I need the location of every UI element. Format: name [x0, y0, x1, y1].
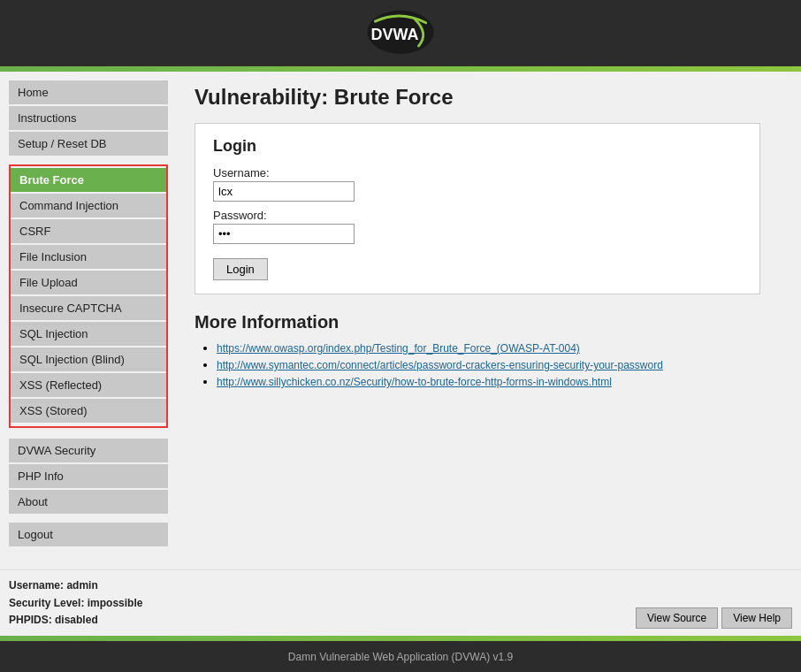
bottom-bar: Damn Vulnerable Web Application (DVWA) v… — [0, 641, 801, 672]
copyright-text: Damn Vulnerable Web Application (DVWA) v… — [288, 651, 513, 663]
footer-bar: Username: admin Security Level: impossib… — [0, 569, 801, 636]
username-label: Username: — [213, 166, 742, 179]
password-input[interactable] — [213, 224, 355, 244]
page-title: Vulnerability: Brute Force — [195, 85, 783, 110]
dvwa-logo: DVWA — [361, 5, 440, 61]
more-info-link-1[interactable]: https://www.owasp.org/index.php/Testing_… — [217, 342, 580, 355]
sidebar-item-sql-injection[interactable]: SQL Injection — [11, 322, 166, 346]
main-layout: Home Instructions Setup / Reset DB Brute… — [0, 72, 801, 569]
footer-username: Username: admin — [9, 577, 142, 594]
sidebar-item-php-info[interactable]: PHP Info — [9, 464, 168, 488]
sidebar-item-xss-stored[interactable]: XSS (Stored) — [11, 399, 166, 423]
username-row: Username: — [213, 166, 742, 202]
footer-username-label: Username: — [9, 579, 64, 592]
content-area: Vulnerability: Brute Force Login Usernam… — [177, 72, 801, 569]
sidebar-item-csrf[interactable]: CSRF — [11, 219, 166, 243]
password-row: Password: — [213, 209, 742, 244]
username-input[interactable] — [213, 181, 355, 202]
more-info-link-2[interactable]: http://www.symantec.com/connect/articles… — [217, 359, 663, 371]
sidebar-item-instructions[interactable]: Instructions — [9, 106, 168, 130]
more-info-heading: More Information — [195, 312, 783, 332]
footer-buttons: View Source View Help — [636, 607, 792, 629]
sidebar-item-insecure-captcha[interactable]: Insecure CAPTCHA — [11, 296, 166, 320]
password-label: Password: — [213, 209, 742, 222]
footer-security: Security Level: impossible — [9, 595, 142, 612]
sidebar: Home Instructions Setup / Reset DB Brute… — [0, 72, 177, 569]
sidebar-item-file-inclusion[interactable]: File Inclusion — [11, 245, 166, 269]
more-info-section: More Information https://www.owasp.org/i… — [195, 312, 783, 388]
list-item: http://www.sillychicken.co.nz/Security/h… — [217, 375, 783, 388]
list-item: https://www.owasp.org/index.php/Testing_… — [217, 341, 783, 355]
footer-phpids-label: PHPIDS: — [9, 614, 52, 626]
sidebar-item-about[interactable]: About — [9, 490, 168, 514]
sidebar-item-setup-reset-db[interactable]: Setup / Reset DB — [9, 132, 168, 156]
footer-security-value: impossible — [88, 597, 143, 609]
more-info-links: https://www.owasp.org/index.php/Testing_… — [195, 341, 783, 388]
header: DVWA — [0, 0, 801, 66]
footer-security-label: Security Level: — [9, 597, 84, 609]
sidebar-item-logout[interactable]: Logout — [9, 523, 168, 546]
footer-phpids: PHPIDS: disabled — [9, 612, 142, 629]
footer-phpids-value: disabled — [55, 614, 98, 626]
footer-username-value: admin — [66, 579, 97, 592]
view-source-button[interactable]: View Source — [636, 607, 718, 629]
login-button[interactable]: Login — [213, 258, 268, 280]
more-info-link-3[interactable]: http://www.sillychicken.co.nz/Security/h… — [217, 376, 612, 388]
footer-info: Username: admin Security Level: impossib… — [9, 577, 142, 629]
login-box: Login Username: Password: Login — [195, 123, 760, 294]
sidebar-item-home[interactable]: Home — [9, 80, 168, 104]
sidebar-item-sql-injection-blind[interactable]: SQL Injection (Blind) — [11, 347, 166, 371]
list-item: http://www.symantec.com/connect/articles… — [217, 358, 783, 371]
view-help-button[interactable]: View Help — [721, 607, 792, 629]
vulnerability-group: Brute Force Command Injection CSRF File … — [9, 164, 168, 428]
sidebar-item-file-upload[interactable]: File Upload — [11, 271, 166, 294]
svg-text:DVWA: DVWA — [370, 26, 418, 43]
sidebar-item-dvwa-security[interactable]: DVWA Security — [9, 439, 168, 462]
sidebar-item-command-injection[interactable]: Command Injection — [11, 194, 166, 218]
login-heading: Login — [213, 137, 742, 156]
sidebar-item-brute-force[interactable]: Brute Force — [11, 168, 166, 192]
sidebar-item-xss-reflected[interactable]: XSS (Reflected) — [11, 373, 166, 397]
